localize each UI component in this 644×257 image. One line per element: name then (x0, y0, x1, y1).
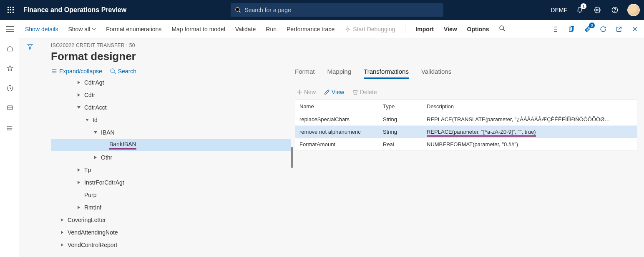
tabs-row: Format Mapping Transformations Validatio… (295, 68, 637, 82)
tree-node-cdtracct[interactable]: CdtrAcct (51, 101, 291, 114)
map-format-button[interactable]: Map format to model (171, 26, 225, 32)
app-title: Finance and Operations Preview (23, 6, 126, 14)
col-header-desc[interactable]: Description (423, 100, 637, 113)
filter-icon[interactable] (27, 43, 33, 257)
tree-node-id[interactable]: Id (51, 114, 291, 126)
svg-point-38 (7, 130, 7, 130)
tab-format[interactable]: Format (295, 68, 315, 79)
col-header-name[interactable]: Name (295, 100, 379, 113)
attachments-badge: 0 (589, 22, 595, 28)
pane-resize-handle[interactable] (291, 147, 293, 168)
show-details-link[interactable]: Show details (25, 26, 58, 32)
home-icon[interactable] (5, 43, 15, 53)
svg-marker-46 (78, 93, 80, 97)
svg-line-10 (239, 11, 241, 12)
format-enumerations-button[interactable]: Format enumerations (106, 26, 161, 32)
expand-collapse-button[interactable]: Expand/collapse (51, 68, 102, 75)
new-button: New (297, 89, 316, 95)
related-info-icon[interactable] (551, 25, 560, 33)
tree-search-button[interactable]: Search (110, 68, 136, 75)
import-button[interactable]: Import (415, 26, 434, 32)
tree-node-iban[interactable]: IBAN (51, 126, 291, 139)
details-pane: Format Mapping Transformations Validatio… (295, 68, 637, 253)
hamburger-button[interactable] (0, 20, 20, 38)
transformations-grid: Name Type Description replaceSpecialChar… (295, 100, 637, 151)
start-debugging-label: Start Debugging (353, 26, 395, 32)
svg-marker-54 (61, 218, 63, 222)
tab-mapping[interactable]: Mapping (327, 68, 352, 79)
run-button[interactable]: Run (266, 26, 277, 32)
tree-node-purp[interactable]: Purp (51, 189, 291, 201)
tree-node-instrforcdtragt[interactable]: InstrForCdtrAgt (51, 176, 291, 189)
navigation-rail (0, 38, 20, 257)
tree-node-cdtragt[interactable]: CdtrAgt (51, 76, 291, 89)
tree-node-vendattendingnote[interactable]: VendAttendingNote (51, 226, 291, 239)
refresh-icon[interactable] (599, 25, 607, 33)
user-avatar[interactable] (627, 4, 640, 16)
attachments-icon[interactable]: 0 (583, 25, 591, 33)
modules-icon[interactable] (5, 123, 15, 133)
svg-point-9 (236, 7, 239, 11)
grid-row[interactable]: replaceSpecialChars String REPLACE(TRANS… (295, 113, 637, 126)
svg-marker-53 (78, 206, 80, 209)
tree-node-tp[interactable]: Tp (51, 164, 291, 176)
svg-point-13 (615, 12, 615, 12)
close-icon[interactable] (631, 25, 639, 33)
recent-icon[interactable] (5, 83, 15, 93)
svg-point-36 (7, 126, 7, 127)
validate-button[interactable]: Validate (235, 26, 256, 32)
view-label: View (332, 89, 344, 95)
start-debugging-button: Start Debugging (345, 26, 395, 32)
svg-point-17 (347, 28, 349, 30)
tree-search-label: Search (118, 68, 136, 75)
svg-rect-2 (13, 7, 14, 8)
col-header-type[interactable]: Type (379, 100, 423, 113)
svg-marker-29 (7, 65, 13, 71)
company-indicator[interactable]: DEMF (551, 7, 567, 13)
svg-point-37 (7, 128, 7, 128)
office-addin-icon[interactable] (567, 25, 576, 33)
performance-trace-button[interactable]: Performance trace (287, 26, 335, 32)
grid-row[interactable]: FormatAmount Real NUMBERFORMAT(parameter… (295, 138, 637, 151)
svg-marker-50 (94, 156, 97, 159)
new-label: New (304, 89, 316, 95)
svg-marker-56 (61, 243, 63, 247)
tree-node-vendcontrolreport[interactable]: VendControlReport (51, 239, 291, 251)
global-search[interactable] (231, 3, 443, 17)
app-launcher-icon[interactable] (4, 3, 18, 17)
tab-transformations[interactable]: Transformations (364, 68, 409, 79)
tree-node-coveringletter[interactable]: CoveringLetter (51, 214, 291, 226)
delete-button: Delete (352, 89, 377, 95)
cmdbar-search-icon[interactable] (499, 25, 506, 33)
view-button[interactable]: View (324, 89, 344, 95)
svg-rect-0 (8, 7, 9, 8)
show-all-dropdown[interactable]: Show all (68, 26, 96, 32)
page-title: Format designer (40, 48, 644, 68)
svg-line-44 (114, 72, 116, 74)
settings-icon[interactable] (592, 5, 602, 15)
options-menu[interactable]: Options (467, 26, 489, 32)
tree-node-bankiban[interactable]: BankIBAN (51, 139, 291, 151)
format-tree: CdtrAgt Cdtr CdtrAcct Id IBAN BankIBAN O… (51, 76, 291, 251)
workspaces-icon[interactable] (5, 103, 15, 113)
delete-label: Delete (360, 89, 377, 95)
svg-rect-7 (10, 12, 11, 13)
favorites-icon[interactable] (5, 63, 15, 73)
tab-validations[interactable]: Validations (421, 68, 451, 79)
popout-icon[interactable] (615, 25, 623, 33)
tree-node-cdtr[interactable]: Cdtr (51, 89, 291, 101)
bankiban-label: BankIBAN (109, 141, 136, 150)
search-input[interactable] (244, 7, 439, 13)
svg-marker-39 (28, 45, 33, 50)
svg-marker-47 (77, 106, 80, 109)
help-icon[interactable] (610, 5, 620, 15)
svg-point-11 (596, 9, 598, 11)
svg-rect-4 (10, 9, 11, 10)
view-menu[interactable]: View (444, 26, 457, 32)
expand-collapse-label: Expand/collapse (59, 68, 102, 75)
tree-node-othr[interactable]: Othr (51, 151, 291, 164)
notifications-icon[interactable]: 1 (575, 5, 585, 15)
tree-node-rmtinf[interactable]: RmtInf (51, 201, 291, 214)
notification-badge: 1 (581, 3, 586, 9)
grid-row[interactable]: remove not alphanumeric String REPLACE(p… (295, 126, 637, 138)
